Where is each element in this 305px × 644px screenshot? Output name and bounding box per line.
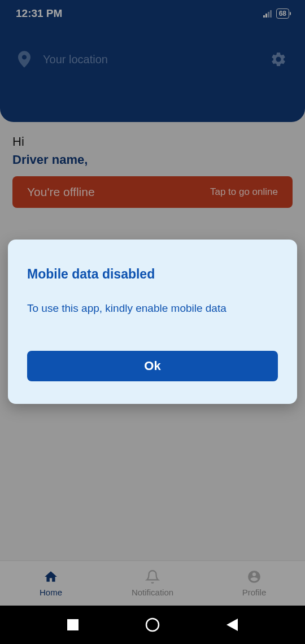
system-nav-bar <box>0 606 305 644</box>
recent-apps-button[interactable] <box>67 619 79 630</box>
home-button[interactable] <box>145 617 160 632</box>
mobile-data-dialog: Mobile data disabled To use this app, ki… <box>8 240 297 404</box>
ok-button[interactable]: Ok <box>27 351 278 381</box>
dialog-message: To use this app, kindly enable mobile da… <box>27 302 278 315</box>
svg-rect-0 <box>67 619 79 630</box>
dialog-title: Mobile data disabled <box>27 267 278 282</box>
svg-point-1 <box>146 619 159 631</box>
back-button[interactable] <box>226 619 238 631</box>
